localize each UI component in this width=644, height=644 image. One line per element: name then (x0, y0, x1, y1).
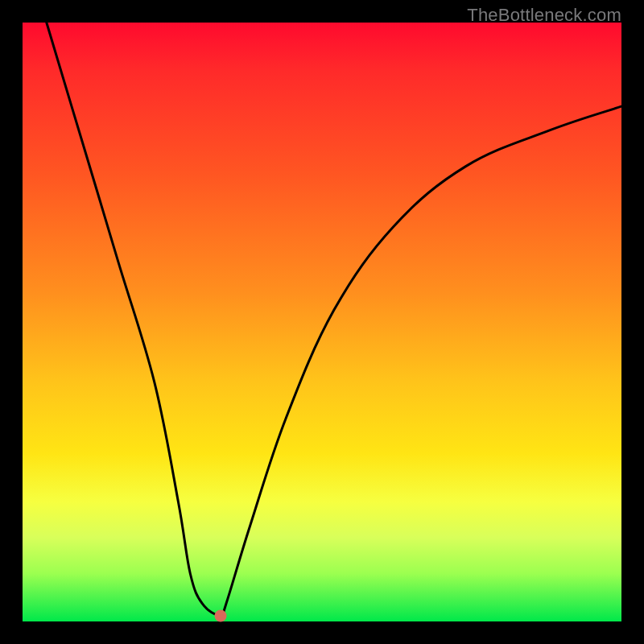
bottleneck-curve (23, 23, 621, 621)
chart-frame: TheBottleneck.com (0, 0, 644, 644)
optimal-point-marker (214, 609, 226, 621)
watermark-text: TheBottleneck.com (467, 5, 621, 26)
plot-area (23, 23, 621, 621)
